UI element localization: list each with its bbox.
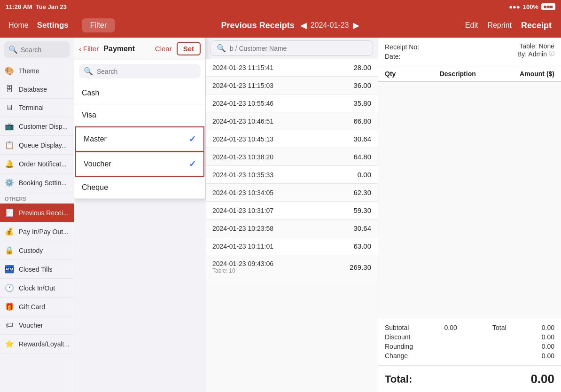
receipt-row[interactable]: 2024-01-23 10:23:58 30.64	[206, 220, 378, 237]
payment-item-label: Cheque	[82, 183, 108, 192]
sidebar-item-label: Theme	[19, 67, 39, 75]
receipt-panel-header: Receipt No: Date: Table: None By: Admin …	[378, 38, 561, 66]
home-button[interactable]: Home	[0, 21, 37, 30]
receipt-amount: 30.64	[353, 224, 371, 232]
receipt-datetime: 2024-01-23 10:46:51	[212, 118, 273, 125]
date-row: Date:	[385, 52, 419, 61]
payment-item-label: Cash	[82, 89, 99, 97]
master-check-icon: ✓	[189, 134, 196, 144]
voucher-check-icon: ✓	[189, 159, 196, 169]
battery-icon: 100%	[523, 3, 538, 10]
payment-item-master[interactable]: Master ✓	[75, 126, 204, 152]
receipt-amount: 62.30	[353, 188, 371, 196]
filter-set-button[interactable]: Set	[177, 42, 201, 55]
rounding-row: Rounding 0.00	[385, 342, 554, 351]
receipt-row[interactable]: 2024-01-23 09:43:06 Table: 10 269.30	[206, 255, 378, 279]
payment-item-cash[interactable]: Cash	[74, 82, 205, 104]
receipt-search-bar[interactable]: 🔍	[210, 40, 373, 56]
receipt-row[interactable]: 2024-01-23 10:31:07 59.30	[206, 202, 378, 220]
receipt-amount: 64.80	[353, 153, 371, 161]
sidebar-item-pay-in-out[interactable]: 💰 Pay In/Pay Out...	[0, 222, 74, 241]
receipt-row[interactable]: 2024-01-23 10:11:01 63.00	[206, 237, 378, 255]
sidebar-item-previous-receipts[interactable]: 🧾 Previous Recei...	[0, 204, 74, 222]
receipt-row[interactable]: 2024-01-23 11:15:41 28.00	[206, 59, 378, 77]
receipt-search-input[interactable]	[230, 45, 367, 52]
current-date: 2024-01-23	[311, 21, 349, 30]
sidebar-item-clock-in-out[interactable]: 🕐 Clock In/Out	[0, 279, 74, 298]
receipt-row[interactable]: 2024-01-23 10:55:46 35.80	[206, 94, 378, 112]
date-navigation: ◀ 2024-01-23 ▶	[300, 20, 359, 31]
receipt-footer: Subtotal 0.00 Total 0.00 Discount 0.00 R…	[378, 318, 561, 365]
filter-button[interactable]: Filter	[82, 18, 116, 32]
receipt-datetime: 2024-01-23 10:23:58	[212, 225, 273, 232]
payment-item-cheque[interactable]: Cheque	[74, 177, 205, 199]
sidebar-item-label: Closed Tills	[19, 266, 53, 273]
total-label: Total	[492, 324, 506, 331]
filter-back-button[interactable]: ‹ Filter	[79, 45, 99, 53]
terminal-icon: 🖥	[5, 103, 14, 112]
receipt-row[interactable]: 2024-01-23 10:35:33 0.00	[206, 166, 378, 184]
payment-list: Cash Visa Master ✓ Voucher ✓ Cheque	[74, 82, 205, 199]
sidebar-item-queue-display[interactable]: 📋 Queue Display...	[0, 136, 74, 155]
sidebar-item-booking-settings[interactable]: ⚙️ Booking Settin...	[0, 173, 74, 192]
receipt-amount: 28.00	[353, 63, 371, 71]
sidebar-item-customer-display[interactable]: 📺 Customer Disp...	[0, 117, 74, 136]
receipt-amount: 0.00	[358, 171, 371, 179]
sidebar-item-label: Custody	[19, 247, 43, 254]
receipt-no-label: Receipt No:	[385, 43, 419, 51]
receipt-row[interactable]: 2024-01-23 11:15:03 36.00	[206, 77, 378, 94]
receipt-datetime: 2024-01-23 11:15:41	[212, 64, 273, 71]
payment-item-voucher[interactable]: Voucher ✓	[75, 151, 204, 177]
receipt-table: Table: 10	[212, 267, 273, 274]
sidebar-item-order-notification[interactable]: 🔔 Order Notificat...	[0, 155, 74, 173]
search-icon: 🔍	[8, 45, 18, 54]
receipt-col-header: Qty Description Amount ($)	[378, 66, 561, 82]
receipt-row[interactable]: 2024-01-23 10:46:51 66.80	[206, 112, 378, 130]
by-admin-label: By: Admin	[517, 50, 547, 58]
sidebar-item-database[interactable]: 🗄 Database	[0, 80, 74, 99]
sidebar-item-terminal[interactable]: 🖥 Terminal	[0, 99, 74, 117]
receipt-amount: 66.80	[353, 117, 371, 125]
sidebar-search-input[interactable]	[21, 46, 65, 54]
filter-header: ‹ Filter Payment Clear Set	[74, 38, 205, 60]
payment-item-visa[interactable]: Visa	[74, 104, 205, 126]
receipt-row[interactable]: 2024-01-23 10:45:13 30.64	[206, 130, 378, 148]
receipt-row[interactable]: 2024-01-23 10:38:20 64.80	[206, 148, 378, 166]
filter-dropdown-title: Payment	[103, 45, 135, 53]
receipt-row[interactable]: 2024-01-23 10:34:05 62.30	[206, 184, 378, 202]
receipt-panel: Receipt No: Date: Table: None By: Admin …	[378, 38, 561, 392]
status-right: ●●● 100% ■■■	[509, 3, 555, 10]
receipt-total-row: Total: 0.00	[378, 365, 561, 392]
dropdown-overlay: ‹ Filter Payment Clear Set 🔍 Cash	[74, 38, 378, 392]
sidebar-item-theme[interactable]: 🎨 Theme	[0, 62, 74, 80]
receipt-amount: 36.00	[353, 81, 371, 89]
content-area: ‹ Filter Payment Clear Set 🔍 Cash	[74, 38, 378, 392]
receipt-title: Receipt	[521, 21, 552, 31]
edit-button[interactable]: Edit	[465, 21, 478, 30]
receipt-datetime: 2024-01-23 10:35:33	[212, 171, 273, 179]
info-icon: ⓘ	[549, 50, 554, 58]
sidebar-search-container[interactable]: 🔍	[4, 41, 70, 58]
discount-value: 0.00	[542, 333, 554, 341]
filter-clear-button[interactable]: Clear	[155, 45, 172, 53]
sidebar-item-label: Customer Disp...	[19, 123, 68, 130]
next-date-button[interactable]: ▶	[353, 20, 359, 31]
filter-search-input[interactable]	[97, 68, 196, 75]
sidebar-item-custody[interactable]: 🔒 Custody	[0, 241, 74, 260]
page-title: Previous Receipts	[221, 21, 295, 31]
main-layout: 🔍 🎨 Theme 🗄 Database 🖥 Terminal 📺 Custom…	[0, 38, 561, 392]
receipt-datetime: 2024-01-23 09:43:06	[212, 260, 273, 267]
filter-search-icon: 🔍	[84, 67, 93, 76]
status-time: 11:28 AM Tue Jan 23	[6, 3, 67, 10]
reprint-button[interactable]: Reprint	[487, 21, 512, 30]
receipt-datetime: 2024-01-23 10:11:01	[212, 243, 273, 250]
filter-search-container[interactable]: 🔍	[79, 64, 201, 78]
prev-date-button[interactable]: ◀	[300, 20, 307, 31]
payment-item-label: Visa	[82, 111, 96, 119]
sidebar-item-gift-card[interactable]: 🎁 Gift Card	[0, 298, 74, 316]
receipt-search-icon: 🔍	[217, 44, 226, 53]
sidebar-item-closed-tills[interactable]: 🏧 Closed Tills	[0, 260, 74, 279]
sidebar-item-rewards-loyalty[interactable]: ⭐ Rewards/Loyalt...	[0, 335, 74, 353]
previous-receipts-icon: 🧾	[5, 208, 14, 217]
sidebar-item-voucher[interactable]: 🏷 Voucher	[0, 316, 74, 335]
